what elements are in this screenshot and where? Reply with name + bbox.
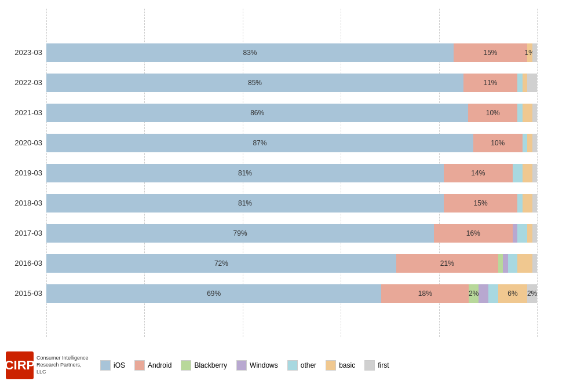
segment-basic <box>523 164 532 182</box>
segment-android: 16% <box>434 224 513 243</box>
row-year-label: 2018-03 <box>5 199 42 207</box>
segment-other <box>517 74 522 92</box>
segment-basic <box>527 224 532 243</box>
segment-other <box>517 194 522 213</box>
segment-ios: 86% <box>46 104 468 122</box>
segment-android: 10% <box>473 134 523 152</box>
bar-wrapper: 81%15% <box>46 194 537 213</box>
legend-swatch-android <box>134 360 145 371</box>
segment-blackberry <box>498 254 503 273</box>
segment-first <box>532 254 537 273</box>
legend-label-first: first <box>378 361 389 369</box>
legend: iOSAndroidBlackberryWindowsotherbasicfir… <box>100 360 389 371</box>
row-year-label: 2021-03 <box>5 108 42 117</box>
row-year-label: 2023-03 <box>5 48 42 57</box>
segment-other <box>523 134 527 152</box>
row-year-label: 2020-03 <box>5 138 42 147</box>
segment-basic <box>523 194 532 213</box>
bar-wrapper: 83%15%1% <box>46 43 537 62</box>
segment-ios: 81% <box>46 164 444 182</box>
segment-other <box>508 254 518 273</box>
legend-label-windows: Windows <box>250 361 278 369</box>
segment-ios: 81% <box>46 194 444 213</box>
legend-label-other: other <box>301 361 316 369</box>
chart-row: 2019-0381%14% <box>46 158 537 188</box>
segment-android: 21% <box>396 254 498 273</box>
legend-swatch-basic <box>326 360 336 371</box>
row-year-label: 2017-03 <box>5 229 42 237</box>
chart-row: 2023-0383%15%1% <box>46 38 537 68</box>
segment-basic <box>523 74 527 92</box>
legend-item-basic: basic <box>326 360 355 371</box>
legend-item-ios: iOS <box>100 360 125 371</box>
legend-swatch-ios <box>100 360 111 371</box>
legend-swatch-windows <box>236 360 247 371</box>
segment-ios: 85% <box>46 74 463 92</box>
chart-row: 2015-0369%18%2%6%2% <box>46 279 537 309</box>
row-year-label: 2015-03 <box>5 289 42 298</box>
cirp-logo: CIRP <box>6 351 34 379</box>
company-name: Consumer Intelligence Research Partners,… <box>36 355 89 375</box>
segment-first <box>532 194 537 213</box>
segment-android: 15% <box>444 194 517 213</box>
legend-item-android: Android <box>134 360 171 371</box>
segment-first <box>532 43 537 62</box>
segment-first: 2% <box>527 284 537 303</box>
segment-blackberry: 2% <box>469 284 479 303</box>
segment-ios: 72% <box>46 254 396 273</box>
footer: CIRP Consumer Intelligence Research Part… <box>6 340 560 386</box>
segment-android: 14% <box>444 164 513 182</box>
segment-android: 10% <box>468 104 517 122</box>
legend-swatch-blackberry <box>181 360 191 371</box>
legend-swatch-other <box>287 360 298 371</box>
chart-row: 2020-0387%10% <box>46 128 537 158</box>
segment-windows <box>503 254 507 273</box>
legend-label-basic: basic <box>339 361 355 369</box>
segment-basic <box>517 254 532 273</box>
legend-item-blackberry: Blackberry <box>181 360 227 371</box>
segment-basic <box>527 134 532 152</box>
chart-row: 2021-0386%10% <box>46 98 537 128</box>
segment-first <box>532 164 537 182</box>
legend-item-windows: Windows <box>236 360 278 371</box>
segment-first <box>532 224 537 243</box>
legend-item-first: first <box>364 360 389 371</box>
grid-line <box>537 9 538 337</box>
segment-other <box>517 104 522 122</box>
bar-wrapper: 69%18%2%6%2% <box>46 284 537 303</box>
logo-container: CIRP Consumer Intelligence Research Part… <box>6 351 89 379</box>
segment-ios: 83% <box>46 43 454 62</box>
segment-basic <box>523 104 532 122</box>
chart-row: 2017-0379%16% <box>46 218 537 248</box>
legend-item-other: other <box>287 360 316 371</box>
bar-wrapper: 79%16% <box>46 224 537 243</box>
segment-ios: 87% <box>46 134 473 152</box>
legend-label-blackberry: Blackberry <box>194 361 227 369</box>
segment-ios: 79% <box>46 224 434 243</box>
bar-wrapper: 81%14% <box>46 164 537 182</box>
segment-first <box>532 104 537 122</box>
row-year-label: 2016-03 <box>5 259 42 268</box>
segment-basic: 6% <box>498 284 527 303</box>
chart-row: 2018-0381%15% <box>46 188 537 218</box>
chart-area: 2023-0383%15%1%2022-0385%11%2021-0386%10… <box>46 9 537 337</box>
legend-label-ios: iOS <box>114 361 125 369</box>
row-year-label: 2019-03 <box>5 168 42 177</box>
bar-wrapper: 87%10% <box>46 134 537 152</box>
chart-row: 2022-0385%11% <box>46 68 537 98</box>
segment-android: 15% <box>454 43 527 62</box>
chart-row: 2016-0372%21% <box>46 248 537 279</box>
segment-windows <box>479 284 488 303</box>
segment-other <box>488 284 498 303</box>
segment-android: 18% <box>381 284 469 303</box>
segment-other <box>513 164 523 182</box>
segment-windows <box>513 224 517 243</box>
segment-other <box>517 224 527 243</box>
segment-first <box>527 74 537 92</box>
row-year-label: 2022-03 <box>5 78 42 87</box>
chart-container: 2023-0383%15%1%2022-0385%11%2021-0386%10… <box>0 0 566 392</box>
bar-wrapper: 85%11% <box>46 74 537 92</box>
segment-basic: 1% <box>527 43 532 62</box>
segment-ios: 69% <box>46 284 381 303</box>
bar-wrapper: 72%21% <box>46 254 537 273</box>
